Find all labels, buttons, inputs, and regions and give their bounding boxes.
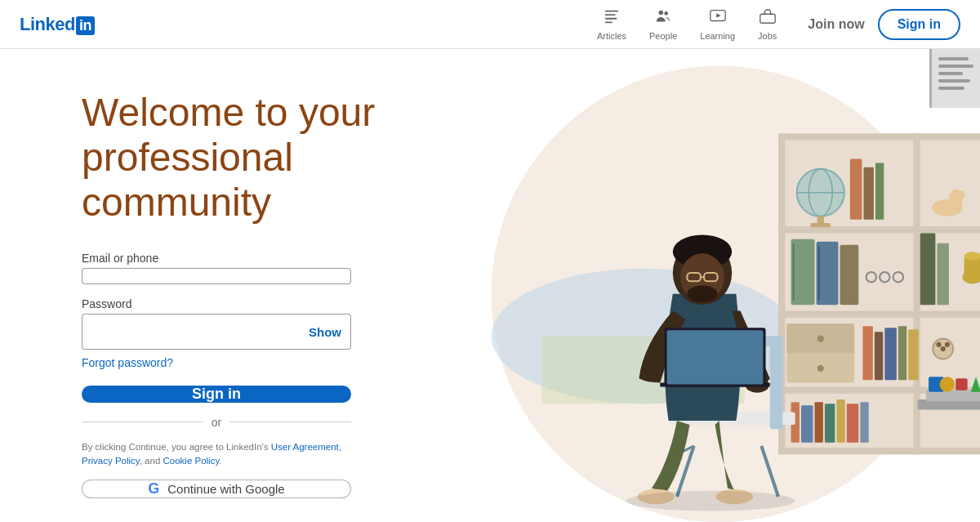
svg-rect-61 bbox=[815, 402, 823, 443]
corner-document bbox=[929, 49, 980, 108]
svg-rect-29 bbox=[875, 163, 884, 220]
legal-text: By clicking Continue, you agree to Linke… bbox=[82, 440, 351, 469]
svg-rect-2 bbox=[605, 18, 617, 20]
svg-rect-53 bbox=[898, 326, 906, 380]
legal-comma: , bbox=[339, 442, 341, 452]
svg-rect-78 bbox=[956, 378, 967, 390]
legal-text-prefix: By clicking Continue, you agree to Linke… bbox=[82, 442, 271, 452]
svg-point-77 bbox=[940, 377, 956, 392]
svg-point-49 bbox=[817, 365, 824, 372]
svg-rect-42 bbox=[937, 243, 948, 305]
svg-rect-62 bbox=[825, 404, 835, 443]
svg-rect-1 bbox=[605, 14, 616, 16]
corner-doc-lines bbox=[932, 49, 980, 98]
svg-rect-26 bbox=[810, 223, 831, 227]
svg-point-100 bbox=[687, 286, 717, 303]
forgot-password-link[interactable]: Forgot password? bbox=[82, 356, 425, 369]
doc-line-4 bbox=[938, 79, 970, 83]
svg-point-32 bbox=[956, 190, 964, 199]
right-panel bbox=[425, 49, 980, 522]
header: Linkedin Articles People Learning Job bbox=[0, 0, 980, 49]
jobs-label: Jobs bbox=[758, 31, 777, 41]
svg-rect-93 bbox=[667, 330, 764, 384]
nav-jobs[interactable]: Jobs bbox=[746, 1, 788, 47]
sign-in-main-button[interactable]: Sign in bbox=[82, 386, 351, 403]
or-divider: or bbox=[82, 416, 351, 429]
svg-point-56 bbox=[941, 346, 946, 351]
doc-line-1 bbox=[938, 57, 969, 60]
articles-label: Articles bbox=[597, 31, 626, 41]
welcome-heading: Welcome to your professional community bbox=[82, 90, 425, 225]
doc-line-3 bbox=[938, 72, 963, 75]
learning-label: Learning bbox=[700, 31, 735, 41]
svg-point-4 bbox=[659, 11, 664, 16]
jobs-icon bbox=[759, 7, 777, 28]
svg-rect-0 bbox=[605, 11, 619, 12]
join-now-button[interactable]: Join now bbox=[795, 11, 877, 38]
legal-period: . bbox=[219, 456, 221, 466]
nav-learning[interactable]: Learning bbox=[688, 1, 746, 47]
or-text: or bbox=[203, 416, 229, 429]
privacy-policy-link[interactable]: Privacy Policy bbox=[82, 456, 140, 466]
show-password-button[interactable]: Show bbox=[309, 324, 341, 338]
password-container: Show bbox=[82, 314, 351, 350]
svg-rect-37 bbox=[840, 245, 859, 305]
google-signin-button[interactable]: G Continue with Google bbox=[82, 480, 351, 498]
svg-point-58 bbox=[945, 342, 950, 347]
svg-point-5 bbox=[665, 11, 669, 16]
nav-bar: Articles People Learning Jobs bbox=[586, 1, 788, 47]
sign-in-header-button[interactable]: Sign in bbox=[878, 9, 960, 40]
svg-rect-15 bbox=[778, 311, 980, 318]
doc-line-2 bbox=[938, 65, 973, 68]
people-label: People bbox=[649, 31, 677, 41]
articles-icon bbox=[603, 7, 621, 28]
svg-rect-85 bbox=[770, 337, 783, 430]
password-label: Password bbox=[82, 297, 425, 310]
logo-linked: Linked bbox=[20, 14, 75, 34]
main-illustration bbox=[425, 49, 980, 522]
logo-in: in bbox=[76, 16, 95, 35]
svg-rect-27 bbox=[850, 158, 862, 219]
svg-rect-14 bbox=[778, 226, 980, 233]
svg-rect-50 bbox=[862, 326, 872, 380]
people-icon bbox=[654, 7, 672, 28]
google-btn-label: Continue with Google bbox=[167, 482, 284, 496]
svg-rect-17 bbox=[778, 448, 980, 454]
svg-rect-60 bbox=[801, 405, 813, 442]
svg-marker-7 bbox=[716, 13, 721, 17]
email-input[interactable] bbox=[82, 268, 351, 284]
svg-rect-3 bbox=[605, 21, 612, 23]
left-panel: Welcome to your professional community E… bbox=[0, 49, 425, 522]
nav-articles[interactable]: Articles bbox=[586, 1, 638, 47]
user-agreement-link[interactable]: User Agreement bbox=[271, 442, 339, 452]
svg-rect-28 bbox=[863, 167, 873, 220]
svg-point-101 bbox=[626, 491, 795, 511]
legal-and: , and bbox=[140, 456, 163, 466]
svg-rect-63 bbox=[836, 399, 844, 443]
divider-line-right bbox=[229, 422, 351, 422]
svg-point-48 bbox=[817, 336, 824, 342]
svg-point-57 bbox=[936, 342, 941, 347]
cookie-policy-link[interactable]: Cookie Policy bbox=[163, 456, 220, 466]
svg-rect-34 bbox=[793, 243, 795, 301]
linkedin-logo[interactable]: Linkedin bbox=[20, 14, 95, 35]
svg-rect-64 bbox=[847, 404, 858, 443]
svg-rect-51 bbox=[875, 332, 883, 380]
svg-rect-54 bbox=[908, 329, 918, 380]
divider-line-left bbox=[82, 422, 203, 422]
main-content: Welcome to your professional community E… bbox=[0, 49, 980, 522]
nav-people[interactable]: People bbox=[638, 1, 688, 47]
google-g-icon: G bbox=[148, 480, 159, 497]
learning-icon bbox=[709, 7, 727, 28]
svg-rect-13 bbox=[778, 133, 980, 140]
svg-rect-65 bbox=[860, 402, 868, 443]
svg-rect-52 bbox=[884, 328, 896, 380]
email-label: Email or phone bbox=[82, 252, 425, 265]
svg-rect-36 bbox=[818, 246, 820, 301]
logo-text: Linkedin bbox=[20, 14, 95, 35]
svg-rect-41 bbox=[920, 233, 936, 305]
svg-rect-33 bbox=[791, 239, 815, 306]
doc-line-5 bbox=[938, 87, 964, 90]
svg-rect-8 bbox=[760, 14, 775, 23]
